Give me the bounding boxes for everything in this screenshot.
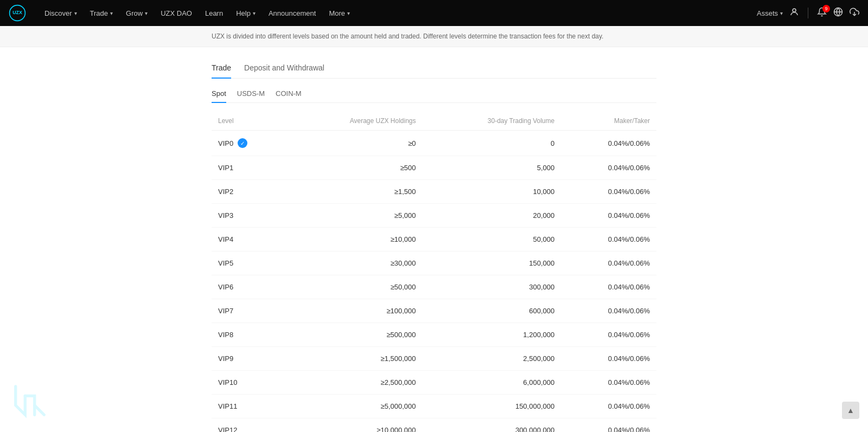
table-row: VIP9≥1,500,0002,500,0000.04%/0.06% <box>212 347 656 371</box>
tab-usds-m[interactable]: USDS-M <box>237 85 265 103</box>
download-icon[interactable] <box>850 7 859 20</box>
level-label: VIP4 <box>218 235 233 243</box>
col-fee: Maker/Taker <box>561 112 656 131</box>
level-label: VIP11 <box>218 402 237 410</box>
level-label: VIP9 <box>218 354 233 363</box>
table-row: VIP4≥10,00050,0000.04%/0.06% <box>212 228 656 252</box>
cell-fee: 0.04%/0.06% <box>561 156 656 180</box>
cell-level: VIP8 <box>212 323 285 347</box>
cell-level: VIP10 <box>212 371 285 395</box>
scroll-top-button[interactable]: ▲ <box>842 402 859 419</box>
nav-item-more[interactable]: More ▾ <box>323 0 355 26</box>
table-row: VIP11≥5,000,000150,000,0000.04%/0.06% <box>212 395 656 418</box>
info-text: UZX is divided into different levels bas… <box>212 33 603 40</box>
nav-items: Discover ▾ Trade ▾ Grow ▾ UZX DAO Learn … <box>39 0 757 26</box>
cell-fee: 0.04%/0.06% <box>561 275 656 299</box>
tab-deposit-withdrawal[interactable]: Deposit and Withdrawal <box>244 58 324 79</box>
cell-level: VIP7 <box>212 299 285 323</box>
chevron-down-icon: ▾ <box>347 10 350 16</box>
level-label: VIP3 <box>218 211 233 220</box>
cell-holdings: ≥10,000 <box>285 228 423 252</box>
col-volume: 30-day Trading Volume <box>423 112 561 131</box>
chevron-down-icon: ▾ <box>110 10 113 16</box>
table-row: VIP5≥30,000150,0000.04%/0.06% <box>212 252 656 275</box>
table-row: VIP7≥100,000600,0000.04%/0.06% <box>212 299 656 323</box>
level-label: VIP5 <box>218 259 233 267</box>
chevron-down-icon: ▾ <box>145 10 148 16</box>
cell-volume: 5,000 <box>423 156 561 180</box>
cell-level: VIP11 <box>212 395 285 418</box>
language-icon[interactable] <box>833 7 843 20</box>
table-row: VIP3≥5,00020,0000.04%/0.06% <box>212 204 656 228</box>
cell-volume: 2,500,000 <box>423 347 561 371</box>
level-label: VIP2 <box>218 188 233 196</box>
svg-point-2 <box>793 9 796 12</box>
cell-fee: 0.04%/0.06% <box>561 418 656 433</box>
logo[interactable]: UZX <box>9 4 26 22</box>
nav-item-help[interactable]: Help ▾ <box>231 0 261 26</box>
cell-holdings: ≥1,500,000 <box>285 347 423 371</box>
cell-level: VIP12 <box>212 418 285 433</box>
nav-item-uzxdao[interactable]: UZX DAO <box>155 0 197 26</box>
nav-item-learn[interactable]: Learn <box>200 0 228 26</box>
primary-tabs: Trade Deposit and Withdrawal <box>212 58 656 79</box>
tab-coin-m[interactable]: COIN-M <box>276 85 302 103</box>
cell-level: VIP3 <box>212 204 285 228</box>
cell-holdings: ≥5,000 <box>285 204 423 228</box>
notification-badge: 9 <box>822 5 830 12</box>
cell-holdings: ≥2,500,000 <box>285 371 423 395</box>
level-label: VIP0 <box>218 139 233 147</box>
cell-level: VIP6 <box>212 275 285 299</box>
table-row: VIP12≥10,000,000300,000,0000.04%/0.06% <box>212 418 656 433</box>
cell-fee: 0.04%/0.06% <box>561 180 656 204</box>
level-label: VIP8 <box>218 331 233 339</box>
cell-volume: 6,000,000 <box>423 371 561 395</box>
table-row: VIP0✓≥000.04%/0.06% <box>212 131 656 156</box>
cell-holdings: ≥500 <box>285 156 423 180</box>
cell-level: VIP5 <box>212 252 285 275</box>
tab-trade[interactable]: Trade <box>212 58 231 79</box>
cell-level: VIP9 <box>212 347 285 371</box>
nav-item-trade[interactable]: Trade ▾ <box>85 0 118 26</box>
cell-volume: 50,000 <box>423 228 561 252</box>
level-label: VIP12 <box>218 426 237 432</box>
cell-volume: 300,000,000 <box>423 418 561 433</box>
table-row: VIP1≥5005,0000.04%/0.06% <box>212 156 656 180</box>
table-row: VIP10≥2,500,0006,000,0000.04%/0.06% <box>212 371 656 395</box>
nav-item-discover[interactable]: Discover ▾ <box>39 0 82 26</box>
cell-volume: 150,000 <box>423 252 561 275</box>
cell-fee: 0.04%/0.06% <box>561 228 656 252</box>
cell-fee: 0.04%/0.06% <box>561 252 656 275</box>
cell-fee: 0.04%/0.06% <box>561 395 656 418</box>
navbar: UZX Discover ▾ Trade ▾ Grow ▾ UZX DAO Le… <box>0 0 868 26</box>
level-label: VIP7 <box>218 307 233 315</box>
nav-divider <box>808 8 808 18</box>
level-label: VIP10 <box>218 378 237 386</box>
content-area: Trade Deposit and Withdrawal Spot USDS-M… <box>0 58 868 432</box>
col-level: Level <box>212 112 285 131</box>
watermark <box>11 382 49 421</box>
cell-holdings: ≥5,000,000 <box>285 395 423 418</box>
nav-item-announcement[interactable]: Announcement <box>263 0 321 26</box>
cell-volume: 600,000 <box>423 299 561 323</box>
cell-volume: 1,200,000 <box>423 323 561 347</box>
logo-icon: UZX <box>9 4 26 22</box>
table-row: VIP8≥500,0001,200,0000.04%/0.06% <box>212 323 656 347</box>
profile-icon[interactable] <box>789 7 799 20</box>
cell-holdings: ≥10,000,000 <box>285 418 423 433</box>
level-label: VIP6 <box>218 283 233 291</box>
cell-holdings: ≥50,000 <box>285 275 423 299</box>
tab-spot[interactable]: Spot <box>212 85 226 103</box>
navbar-right: Assets ▾ 9 <box>757 7 859 20</box>
assets-button[interactable]: Assets ▾ <box>757 9 783 17</box>
chevron-down-icon: ▾ <box>74 10 77 16</box>
cell-holdings: ≥30,000 <box>285 252 423 275</box>
cell-volume: 0 <box>423 131 561 156</box>
notification-icon[interactable]: 9 <box>817 7 827 20</box>
nav-item-grow[interactable]: Grow ▾ <box>120 0 153 26</box>
cell-volume: 300,000 <box>423 275 561 299</box>
info-bar: UZX is divided into different levels bas… <box>0 26 868 47</box>
table-header-row: Level Average UZX Holdings 30-day Tradin… <box>212 112 656 131</box>
cell-fee: 0.04%/0.06% <box>561 131 656 156</box>
svg-text:UZX: UZX <box>12 10 22 15</box>
